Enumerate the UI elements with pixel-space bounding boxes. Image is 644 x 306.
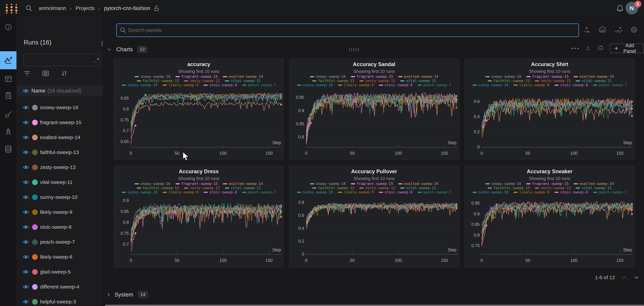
x-axis-icon[interactable]: x: [585, 45, 592, 52]
svg-text:100: 100: [570, 258, 578, 263]
eye-icon[interactable]: [22, 150, 29, 155]
chart-plot[interactable]: 0.750.80.850.90.95050100150Step: [465, 166, 634, 267]
run-search-input[interactable]: [26, 57, 93, 63]
run-color-dot: [32, 269, 38, 275]
run-name[interactable]: glad-sweep-5: [40, 269, 70, 275]
rail-item-workspace-active[interactable]: [0, 51, 16, 69]
run-row[interactable]: likely-sweep-9: [16, 205, 103, 220]
run-row[interactable]: peach-sweep-7: [16, 234, 103, 249]
run-name[interactable]: vital-sweep-11: [40, 179, 72, 185]
breadcrumb: anmolmann › Projects › pytorch-cnn-fashi…: [39, 0, 159, 17]
eye-icon[interactable]: [22, 120, 29, 125]
eye-icon[interactable]: [22, 165, 29, 169]
chart-panel[interactable]: Accuracy DressShowing first 10 runssnowy…: [114, 166, 284, 267]
chart-panel[interactable]: Accuracy ShirtShowing first 10 runssnowy…: [464, 58, 635, 160]
run-name[interactable]: peach-sweep-7: [40, 239, 75, 245]
wandb-logo-icon[interactable]: [5, 3, 19, 14]
run-name[interactable]: zesty-sweep-12: [40, 164, 76, 170]
chart-panel[interactable]: Accuracy SandalShowing first 10 runssnow…: [289, 58, 459, 160]
svg-text:0.65: 0.65: [120, 139, 129, 144]
eye-icon[interactable]: [22, 270, 29, 274]
eye-icon[interactable]: [22, 240, 29, 244]
chart-plot[interactable]: 0.70.750.80.850.9050100150Step: [114, 166, 284, 267]
eye-icon[interactable]: [22, 105, 29, 110]
breadcrumb-project-name[interactable]: pytorch-cnn-fashion: [104, 5, 150, 11]
brush-icon[interactable]: [4, 111, 12, 118]
more-options-icon[interactable]: [571, 47, 579, 50]
clipboard-icon[interactable]: [4, 92, 12, 100]
chart-plot[interactable]: 00.20.40.60.8050100150Step: [289, 166, 459, 267]
system-section-header[interactable]: System 14: [107, 291, 148, 298]
eye-icon[interactable]: [22, 284, 29, 289]
run-row[interactable]: fragrant-sweep-15: [16, 115, 103, 130]
run-name[interactable]: stoic-sweep-8: [40, 224, 72, 230]
run-name[interactable]: exalted-sweep-14: [40, 135, 80, 140]
eye-icon[interactable]: [22, 299, 29, 304]
eye-icon[interactable]: [22, 225, 29, 229]
run-row[interactable]: different-sweep-4: [16, 279, 103, 294]
breadcrumb-user[interactable]: anmolmann: [39, 5, 66, 11]
section-drag-handle-icon[interactable]: [348, 48, 360, 52]
smoothing-iron-icon[interactable]: [598, 26, 607, 34]
chart-plot[interactable]: 0.80.850.90.95050100150Step: [289, 59, 459, 160]
run-name[interactable]: faithful-sweep-13: [40, 149, 79, 155]
run-name[interactable]: fragrant-sweep-15: [40, 120, 81, 125]
run-row[interactable]: sunny-sweep-10: [16, 190, 103, 205]
page-down-icon[interactable]: [634, 276, 640, 279]
charts-section-header[interactable]: Charts 12: [107, 46, 148, 53]
eye-icon[interactable]: [22, 210, 29, 214]
run-search-box[interactable]: .*: [23, 54, 100, 66]
svg-text:150: 150: [441, 151, 448, 156]
group-list-icon[interactable]: [42, 70, 50, 77]
horizontal-scrollbar[interactable]: [105, 305, 644, 306]
page-up-icon[interactable]: [622, 276, 627, 279]
eye-icon[interactable]: [22, 89, 29, 93]
x-axis-icon[interactable]: x: [583, 26, 591, 34]
chart-panel[interactable]: Accuracy SneakerShowing first 10 runssno…: [464, 166, 635, 267]
outliers-icon[interactable]: [614, 26, 622, 34]
sort-icon[interactable]: [60, 70, 68, 77]
run-name[interactable]: different-sweep-4: [40, 284, 79, 290]
rocket-icon[interactable]: [4, 128, 12, 136]
svg-text:100: 100: [570, 151, 578, 156]
filter-icon[interactable]: [23, 70, 31, 77]
eye-icon[interactable]: [22, 180, 29, 184]
run-name[interactable]: sunny-sweep-10: [40, 194, 78, 200]
run-row[interactable]: snowy-sweep-16: [16, 100, 103, 115]
notifications-bell-icon[interactable]: [616, 5, 624, 12]
run-name[interactable]: likely-sweep-6: [40, 254, 72, 260]
global-search-icon[interactable]: [26, 5, 32, 12]
run-row[interactable]: glad-sweep-5: [16, 264, 103, 279]
eye-icon[interactable]: [22, 255, 29, 259]
eye-icon[interactable]: [22, 135, 29, 140]
chart-panel[interactable]: Accuracy PulloverShowing first 10 runssn…: [289, 166, 459, 267]
chart-plot[interactable]: 00.20.40.6050100150Step: [465, 59, 634, 160]
charts-section-actions: x + Add Panel: [571, 44, 644, 53]
run-list-header[interactable]: Name (16 visualized): [16, 86, 103, 96]
breadcrumb-projects[interactable]: Projects: [76, 5, 94, 11]
run-row[interactable]: exalted-sweep-14: [16, 130, 103, 145]
run-name[interactable]: helpful-sweep-3: [40, 299, 76, 305]
regex-toggle-icon[interactable]: .*: [93, 57, 103, 63]
eye-icon[interactable]: [22, 195, 29, 199]
panel-search-bar[interactable]: [116, 24, 579, 37]
system-count-badge: 14: [138, 291, 148, 298]
chart-plot[interactable]: 0.650.70.750.80.85050100150Step: [114, 59, 284, 160]
smoothing-iron-icon[interactable]: [597, 45, 604, 52]
database-icon[interactable]: [4, 145, 12, 153]
info-icon[interactable]: i: [4, 23, 12, 31]
chart-panel[interactable]: accuracyShowing first 10 runssnowy-sweep…: [114, 58, 284, 160]
run-row[interactable]: zesty-sweep-12: [16, 160, 103, 175]
run-row[interactable]: helpful-sweep-3: [16, 294, 103, 306]
run-row[interactable]: vital-sweep-11: [16, 175, 103, 190]
panel-search-input[interactable]: [126, 27, 578, 33]
gear-icon[interactable]: [630, 26, 638, 34]
run-row[interactable]: stoic-sweep-8: [16, 220, 103, 234]
run-row[interactable]: likely-sweep-6: [16, 249, 103, 264]
table-icon[interactable]: [4, 75, 12, 83]
run-row[interactable]: faithful-sweep-13: [16, 145, 103, 160]
run-name[interactable]: likely-sweep-9: [40, 209, 72, 215]
svg-text:150: 150: [266, 151, 273, 156]
add-panel-button[interactable]: + Add Panel: [610, 44, 644, 53]
run-name[interactable]: snowy-sweep-16: [40, 105, 78, 110]
